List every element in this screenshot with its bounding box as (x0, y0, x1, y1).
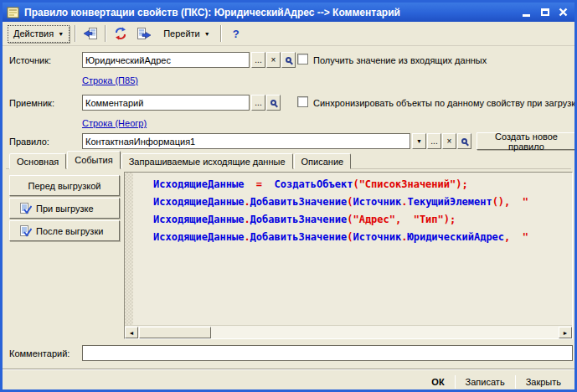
toolbar-separator (105, 25, 106, 42)
code-gutter (125, 173, 133, 325)
before-export-label: Перед выгрузкой (28, 181, 101, 191)
comment-input[interactable] (82, 345, 573, 361)
rule-input[interactable] (82, 133, 410, 149)
code-horizontal-scrollbar[interactable]: ◄ ► (125, 325, 572, 338)
tab-requested-outgoing-data[interactable]: Запрашиваемые исходящие данные (121, 153, 293, 169)
tab-main[interactable]: Основная (9, 153, 66, 169)
receiver-label: Приемник: (9, 98, 54, 108)
magnifier-icon (461, 138, 467, 144)
window-title: Правило конвертации свойств (ПКС): Юриди… (24, 7, 515, 18)
event-handler-icon (20, 225, 32, 237)
source-open-button[interactable] (281, 52, 296, 68)
chevron-down-icon: ▼ (58, 31, 64, 37)
rule-open-button[interactable] (457, 133, 471, 149)
code-line: ИсходящиеДанные.ДобавитьЗначение(Источни… (133, 229, 571, 246)
magnifier-icon (286, 57, 291, 63)
code-editor[interactable]: ИсходящиеДанные = СоздатьОбъект("СписокЗ… (133, 173, 571, 325)
form-icon (7, 7, 20, 18)
receiver-input[interactable] (82, 95, 250, 111)
footer-separator (3, 369, 574, 370)
goto-button-label: Перейти (163, 28, 200, 39)
chevron-down-icon: ▼ (204, 31, 210, 37)
maximize-icon[interactable] (538, 6, 552, 18)
source-label: Источник: (9, 55, 51, 65)
synchronize-objects-label: Синхронизировать объекты по данному свой… (313, 98, 577, 108)
property-conversion-rule-window: Правило конвертации свойств (ПКС): Юриди… (0, 0, 577, 392)
source-input[interactable] (82, 52, 250, 68)
on-export-label: При выгрузке (36, 204, 94, 214)
get-value-from-incoming-checkbox[interactable] (297, 54, 308, 64)
event-code-panel: ИсходящиеДанные = СоздатьОбъект("СписокЗ… (124, 172, 573, 339)
comment-label: Комментарий: (9, 348, 70, 358)
get-value-from-incoming-label: Получить значение из входящих данных (313, 55, 487, 65)
close-button[interactable]: Закрыть (516, 375, 571, 389)
actions-button-label: Действия (13, 28, 54, 39)
code-line: ИсходящиеДанные.ДобавитьЗначение("Адрес"… (133, 211, 571, 229)
goto-button[interactable]: Перейти ▼ (158, 25, 215, 43)
after-export-button[interactable]: После выгрузки (9, 220, 120, 241)
footer-button-bar: ОК Записать Закрыть (421, 373, 571, 391)
create-new-rule-button[interactable]: Создать новое правило (477, 132, 576, 150)
help-icon: ? (233, 28, 240, 40)
synchronize-objects-checkbox[interactable] (297, 96, 308, 107)
chevron-down-icon: ▼ (416, 138, 422, 144)
event-handler-icon (20, 203, 32, 214)
actions-button[interactable]: Действия ▼ (8, 25, 70, 43)
source-clear-button[interactable]: × (266, 52, 281, 68)
title-bar: Правило конвертации свойств (ПКС): Юриди… (3, 3, 574, 22)
toolbar: Действия ▼ (3, 22, 574, 46)
code-line: ИсходящиеДанные.ДобавитьЗначение(Источни… (133, 193, 571, 211)
rule-label: Правило: (9, 137, 49, 147)
refresh-exchange-icon[interactable] (111, 25, 130, 43)
on-export-button[interactable]: При выгрузке (9, 198, 120, 219)
scroll-right-icon[interactable]: ► (559, 327, 572, 338)
toolbar-separator (220, 25, 222, 42)
after-export-label: После выгрузки (36, 226, 103, 236)
receiver-open-button[interactable] (266, 95, 281, 111)
source-select-button[interactable]: ... (251, 52, 265, 68)
scroll-left-icon[interactable]: ◄ (125, 327, 138, 338)
rule-dropdown-button[interactable]: ▼ (412, 133, 426, 149)
rule-clear-button[interactable]: × (442, 133, 456, 149)
receiver-type-link[interactable]: Строка (Неогр) (82, 118, 147, 128)
minimize-icon[interactable] (519, 6, 533, 18)
receiver-select-button[interactable]: ... (251, 95, 265, 111)
magnifier-icon (270, 100, 276, 106)
help-button[interactable]: ? (227, 25, 245, 43)
toolbar-separator (75, 25, 76, 42)
document-arrow-left-icon[interactable] (81, 25, 100, 43)
tab-description[interactable]: Описание (294, 153, 352, 169)
tab-bar: Основная События Запрашиваемые исходящие… (9, 151, 352, 169)
before-export-button[interactable]: Перед выгрузкой (9, 175, 120, 196)
source-type-link[interactable]: Строка (П85) (82, 75, 138, 85)
save-button[interactable]: Записать (456, 375, 515, 389)
document-arrow-right-icon[interactable] (135, 25, 153, 43)
rule-select-button[interactable]: ... (427, 133, 441, 149)
code-line: ИсходящиеДанные = СоздатьОбъект("СписокЗ… (133, 176, 571, 193)
tab-events[interactable]: События (67, 151, 120, 169)
close-icon[interactable] (556, 6, 570, 18)
ok-button[interactable]: ОК (421, 375, 454, 389)
scrollbar-thumb[interactable] (139, 327, 211, 338)
